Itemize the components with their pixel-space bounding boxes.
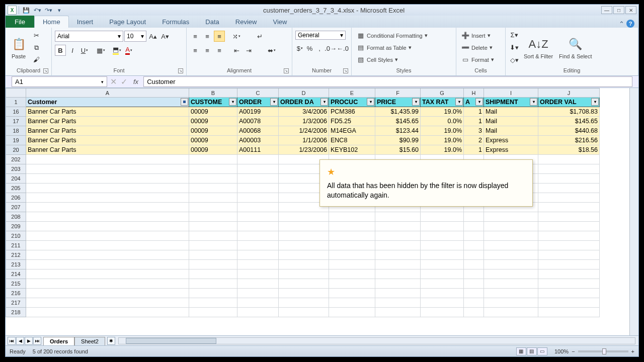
empty-cell[interactable] [538,289,600,298]
row-header[interactable]: 218 [6,308,26,317]
empty-cell[interactable] [279,231,329,241]
paste-button[interactable]: 📋 Paste [9,35,29,60]
empty-cell[interactable] [421,269,464,279]
empty-cell[interactable] [484,298,538,308]
empty-cell[interactable] [189,298,237,308]
data-cell[interactable]: 1 [464,145,484,155]
empty-cell[interactable] [375,250,421,260]
empty-cell[interactable] [484,222,538,231]
empty-cell[interactable] [421,231,464,241]
sort-filter-button[interactable]: A↓ZSort & Filter [522,35,555,60]
empty-cell[interactable] [538,241,600,250]
bold-button[interactable]: B [55,45,66,56]
data-cell[interactable]: $18.56 [538,145,600,155]
row-header[interactable]: 215 [6,279,26,289]
empty-cell[interactable] [538,231,600,241]
empty-cell[interactable] [375,260,421,269]
filter-dropdown-icon[interactable]: ▾ [367,98,374,106]
empty-cell[interactable] [279,260,329,269]
filter-header-cell[interactable]: PRICE▾ [375,98,421,107]
conditional-formatting-button[interactable]: ▦Conditional Formatting ▾ [355,31,430,40]
data-cell[interactable]: $90.99 [375,136,421,145]
empty-cell[interactable] [189,184,237,193]
sheet-nav-prev-icon[interactable]: ◀ [16,337,24,345]
data-cell[interactable]: $123.44 [375,126,421,136]
empty-cell[interactable] [538,222,600,231]
tab-page-layout[interactable]: Page Layout [101,16,154,28]
data-cell[interactable]: $145.65 [538,117,600,126]
filter-dropdown-icon[interactable]: ▾ [412,98,420,106]
row-header[interactable]: 204 [6,174,26,184]
column-header[interactable]: D [279,88,329,98]
empty-cell[interactable] [329,241,375,250]
launcher-icon[interactable]: ↘ [178,68,183,73]
tab-data[interactable]: Data [197,16,227,28]
enter-formula-icon[interactable]: ✓ [119,77,129,86]
empty-cell[interactable] [421,289,464,298]
delete-cells-button[interactable]: ➖Delete ▾ [459,43,496,52]
data-cell[interactable]: 1/3/2006 [279,117,329,126]
empty-cell[interactable] [237,174,279,184]
filter-header-cell[interactable]: SHIPMENT▾ [484,98,538,107]
filter-dropdown-icon[interactable]: ▾ [455,98,463,106]
empty-cell[interactable] [237,193,279,203]
italic-button[interactable]: I [67,45,78,56]
empty-cell[interactable] [329,308,375,317]
empty-cell[interactable] [538,203,600,212]
launcher-icon[interactable]: ↘ [284,68,289,73]
filter-header-cell[interactable]: PROCUC▾ [329,98,375,107]
vertical-scrollbar[interactable] [629,88,638,335]
name-box[interactable]: A1▾ [12,76,107,87]
empty-cell[interactable] [464,260,484,269]
empty-cell[interactable] [464,298,484,308]
empty-cell[interactable] [484,289,538,298]
empty-cell[interactable] [464,212,484,222]
empty-cell[interactable] [189,269,237,279]
row-header[interactable]: 205 [6,184,26,193]
empty-cell[interactable] [237,164,279,174]
data-cell[interactable]: 1/24/2006 [279,126,329,136]
cancel-formula-icon[interactable]: ✕ [108,77,119,86]
column-header[interactable]: H [464,88,484,98]
empty-cell[interactable] [484,241,538,250]
empty-cell[interactable] [329,279,375,289]
font-size-combo[interactable]: 10▾ [124,31,146,42]
data-cell[interactable]: $145.65 [375,117,421,126]
empty-cell[interactable] [538,212,600,222]
wrap-text-icon[interactable]: ↵ [254,31,265,42]
row-header[interactable]: 210 [6,231,26,241]
empty-cell[interactable] [538,308,600,317]
row-header[interactable]: 211 [6,241,26,250]
empty-cell[interactable] [279,289,329,298]
empty-cell[interactable] [26,193,189,203]
column-header[interactable]: A [26,88,189,98]
row-header[interactable]: 19 [6,136,26,145]
empty-cell[interactable] [189,164,237,174]
empty-cell[interactable] [538,193,600,203]
empty-cell[interactable] [421,250,464,260]
data-cell[interactable]: $1,708.83 [538,107,600,117]
empty-cell[interactable] [421,279,464,289]
data-cell[interactable]: 00009 [189,107,237,117]
filter-header-cell[interactable]: A▾ [464,98,484,107]
data-cell[interactable]: 1/1/2006 [279,136,329,145]
grow-font-icon[interactable]: A▴ [147,31,158,42]
formula-bar[interactable]: Customer [143,76,632,87]
empty-cell[interactable] [26,164,189,174]
data-cell[interactable]: A00078 [237,117,279,126]
filter-dropdown-icon[interactable] [181,98,188,106]
empty-cell[interactable] [538,250,600,260]
empty-cell[interactable] [538,174,600,184]
filter-header-cell[interactable]: TAX RAT▾ [421,98,464,107]
launcher-icon[interactable]: ↘ [43,68,48,73]
excel-icon[interactable]: X [8,6,17,15]
data-cell[interactable]: 3 [464,126,484,136]
empty-cell[interactable] [189,279,237,289]
empty-cell[interactable] [279,241,329,250]
empty-cell[interactable] [329,250,375,260]
data-cell[interactable]: $15.60 [375,145,421,155]
format-painter-icon[interactable]: 🖌 [31,54,42,65]
qat-customize-icon[interactable]: ▾ [54,6,64,15]
empty-cell[interactable] [464,222,484,231]
filter-header-cell[interactable]: ORDER▾ [237,98,279,107]
